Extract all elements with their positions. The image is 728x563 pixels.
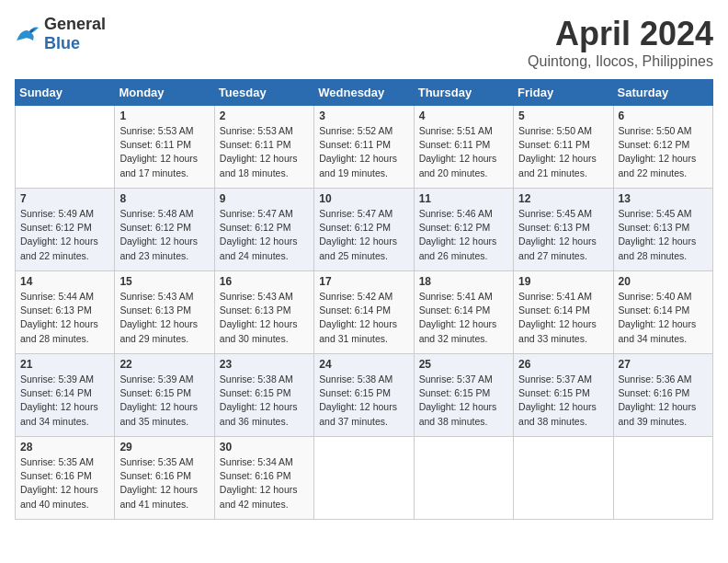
logo-general: General: [44, 15, 106, 33]
cell-detail: Sunrise: 5:47 AMSunset: 6:12 PMDaylight:…: [220, 207, 309, 263]
logo: General Blue: [15, 15, 106, 53]
logo-icon: [15, 24, 40, 44]
day-number: 20: [619, 275, 708, 288]
calendar-cell: [314, 437, 414, 520]
calendar-cell: 20Sunrise: 5:40 AMSunset: 6:14 PMDayligh…: [613, 271, 712, 354]
calendar-table: SundayMondayTuesdayWednesdayThursdayFrid…: [15, 79, 713, 520]
calendar-cell: 26Sunrise: 5:37 AMSunset: 6:15 PMDayligh…: [514, 354, 613, 437]
cell-detail: Sunrise: 5:48 AMSunset: 6:12 PMDaylight:…: [119, 207, 209, 263]
day-number: 25: [419, 358, 508, 371]
cell-detail: Sunrise: 5:35 AMSunset: 6:16 PMDaylight:…: [20, 455, 109, 511]
day-number: 3: [319, 109, 408, 122]
calendar-cell: 14Sunrise: 5:44 AMSunset: 6:13 PMDayligh…: [16, 271, 115, 354]
calendar-cell: [514, 437, 613, 520]
day-number: 11: [419, 192, 508, 205]
calendar-cell: 2Sunrise: 5:53 AMSunset: 6:11 PMDaylight…: [214, 106, 313, 189]
title-area: April 2024 Quintong, Ilocos, Philippines: [528, 15, 713, 70]
cell-detail: Sunrise: 5:37 AMSunset: 6:15 PMDaylight:…: [419, 373, 508, 429]
cell-detail: Sunrise: 5:38 AMSunset: 6:15 PMDaylight:…: [220, 373, 309, 429]
calendar-week-row: 21Sunrise: 5:39 AMSunset: 6:14 PMDayligh…: [16, 354, 713, 437]
day-number: 27: [619, 358, 708, 371]
day-number: 9: [220, 192, 309, 205]
cell-detail: Sunrise: 5:45 AMSunset: 6:13 PMDaylight:…: [619, 207, 708, 263]
cell-detail: Sunrise: 5:39 AMSunset: 6:14 PMDaylight:…: [20, 373, 109, 429]
cell-detail: Sunrise: 5:35 AMSunset: 6:16 PMDaylight:…: [119, 455, 209, 511]
day-number: 7: [20, 192, 109, 205]
header-day-sunday: Sunday: [16, 80, 115, 106]
day-number: 5: [518, 109, 608, 122]
day-number: 24: [319, 358, 408, 371]
calendar-cell: 15Sunrise: 5:43 AMSunset: 6:13 PMDayligh…: [115, 271, 214, 354]
calendar-cell: 1Sunrise: 5:53 AMSunset: 6:11 PMDaylight…: [115, 106, 214, 189]
cell-detail: Sunrise: 5:45 AMSunset: 6:13 PMDaylight:…: [518, 207, 608, 263]
day-number: 16: [220, 275, 309, 288]
calendar-cell: 24Sunrise: 5:38 AMSunset: 6:15 PMDayligh…: [314, 354, 414, 437]
calendar-cell: 28Sunrise: 5:35 AMSunset: 6:16 PMDayligh…: [16, 437, 115, 520]
calendar-week-row: 14Sunrise: 5:44 AMSunset: 6:13 PMDayligh…: [16, 271, 713, 354]
header-day-tuesday: Tuesday: [214, 80, 313, 106]
logo-blue: Blue: [44, 34, 80, 52]
calendar-cell: 12Sunrise: 5:45 AMSunset: 6:13 PMDayligh…: [514, 189, 613, 271]
calendar-cell: 25Sunrise: 5:37 AMSunset: 6:15 PMDayligh…: [414, 354, 513, 437]
calendar-cell: 11Sunrise: 5:46 AMSunset: 6:12 PMDayligh…: [414, 189, 513, 271]
calendar-cell: 5Sunrise: 5:50 AMSunset: 6:11 PMDaylight…: [514, 106, 613, 189]
cell-detail: Sunrise: 5:50 AMSunset: 6:11 PMDaylight:…: [518, 124, 608, 180]
day-number: 22: [119, 358, 209, 371]
cell-detail: Sunrise: 5:41 AMSunset: 6:14 PMDaylight:…: [419, 290, 508, 346]
calendar-cell: 19Sunrise: 5:41 AMSunset: 6:14 PMDayligh…: [514, 271, 613, 354]
calendar-cell: 27Sunrise: 5:36 AMSunset: 6:16 PMDayligh…: [613, 354, 712, 437]
cell-detail: Sunrise: 5:47 AMSunset: 6:12 PMDaylight:…: [319, 207, 408, 263]
calendar-cell: 6Sunrise: 5:50 AMSunset: 6:12 PMDaylight…: [613, 106, 712, 189]
location-subtitle: Quintong, Ilocos, Philippines: [528, 53, 713, 70]
cell-detail: Sunrise: 5:44 AMSunset: 6:13 PMDaylight:…: [20, 290, 109, 346]
day-number: 15: [119, 275, 209, 288]
day-number: 21: [20, 358, 109, 371]
calendar-cell: 23Sunrise: 5:38 AMSunset: 6:15 PMDayligh…: [214, 354, 313, 437]
cell-detail: Sunrise: 5:43 AMSunset: 6:13 PMDaylight:…: [119, 290, 209, 346]
cell-detail: Sunrise: 5:37 AMSunset: 6:15 PMDaylight:…: [518, 373, 608, 429]
calendar-cell: 16Sunrise: 5:43 AMSunset: 6:13 PMDayligh…: [214, 271, 313, 354]
day-number: 4: [419, 109, 508, 122]
day-number: 8: [119, 192, 209, 205]
day-number: 2: [220, 109, 309, 122]
calendar-week-row: 1Sunrise: 5:53 AMSunset: 6:11 PMDaylight…: [16, 106, 713, 189]
cell-detail: Sunrise: 5:39 AMSunset: 6:15 PMDaylight:…: [119, 373, 209, 429]
day-number: 10: [319, 192, 408, 205]
day-number: 18: [419, 275, 508, 288]
cell-detail: Sunrise: 5:53 AMSunset: 6:11 PMDaylight:…: [220, 124, 309, 180]
day-number: 17: [319, 275, 408, 288]
cell-detail: Sunrise: 5:36 AMSunset: 6:16 PMDaylight:…: [619, 373, 708, 429]
day-number: 19: [518, 275, 608, 288]
header: General Blue April 2024 Quintong, Ilocos…: [15, 15, 713, 70]
month-title: April 2024: [528, 15, 713, 53]
cell-detail: Sunrise: 5:46 AMSunset: 6:12 PMDaylight:…: [419, 207, 508, 263]
calendar-cell: 3Sunrise: 5:52 AMSunset: 6:11 PMDaylight…: [314, 106, 414, 189]
cell-detail: Sunrise: 5:53 AMSunset: 6:11 PMDaylight:…: [119, 124, 209, 180]
calendar-cell: 4Sunrise: 5:51 AMSunset: 6:11 PMDaylight…: [414, 106, 513, 189]
cell-detail: Sunrise: 5:51 AMSunset: 6:11 PMDaylight:…: [419, 124, 508, 180]
logo-text: General Blue: [44, 15, 106, 53]
calendar-cell: 18Sunrise: 5:41 AMSunset: 6:14 PMDayligh…: [414, 271, 513, 354]
calendar-week-row: 7Sunrise: 5:49 AMSunset: 6:12 PMDaylight…: [16, 189, 713, 271]
day-number: 26: [518, 358, 608, 371]
day-number: 13: [619, 192, 708, 205]
calendar-cell: [613, 437, 712, 520]
header-day-saturday: Saturday: [613, 80, 712, 106]
calendar-cell: 30Sunrise: 5:34 AMSunset: 6:16 PMDayligh…: [214, 437, 313, 520]
day-number: 29: [119, 441, 209, 454]
header-day-friday: Friday: [514, 80, 613, 106]
day-number: 14: [20, 275, 109, 288]
calendar-cell: 8Sunrise: 5:48 AMSunset: 6:12 PMDaylight…: [115, 189, 214, 271]
day-number: 23: [220, 358, 309, 371]
cell-detail: Sunrise: 5:41 AMSunset: 6:14 PMDaylight:…: [518, 290, 608, 346]
calendar-cell: [16, 106, 115, 189]
cell-detail: Sunrise: 5:34 AMSunset: 6:16 PMDaylight:…: [220, 455, 309, 511]
calendar-cell: 21Sunrise: 5:39 AMSunset: 6:14 PMDayligh…: [16, 354, 115, 437]
cell-detail: Sunrise: 5:40 AMSunset: 6:14 PMDaylight:…: [619, 290, 708, 346]
calendar-cell: 22Sunrise: 5:39 AMSunset: 6:15 PMDayligh…: [115, 354, 214, 437]
cell-detail: Sunrise: 5:49 AMSunset: 6:12 PMDaylight:…: [20, 207, 109, 263]
day-number: 6: [619, 109, 708, 122]
calendar-cell: [414, 437, 513, 520]
day-number: 30: [220, 441, 309, 454]
header-day-monday: Monday: [115, 80, 214, 106]
